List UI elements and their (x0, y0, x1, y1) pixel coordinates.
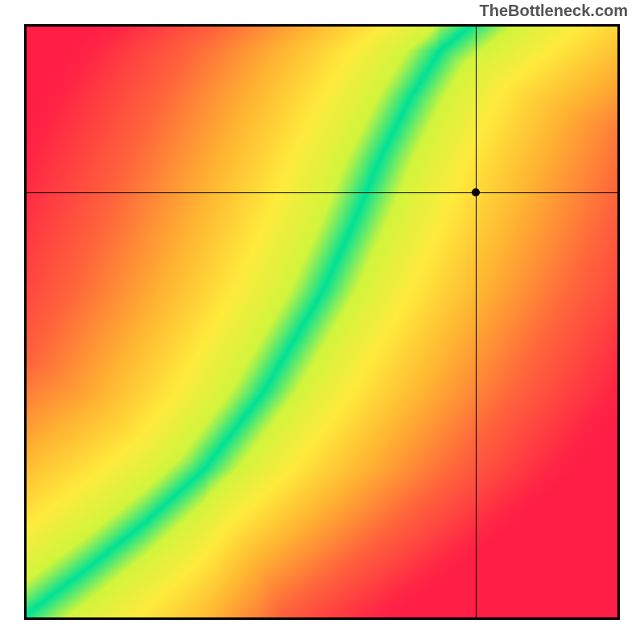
chart-frame (24, 24, 620, 620)
crosshair-horizontal (27, 192, 617, 193)
attribution-label: TheBottleneck.com (480, 2, 628, 20)
chart-container: TheBottleneck.com (0, 0, 644, 644)
crosshair-marker (472, 188, 480, 196)
crosshair-vertical (476, 27, 477, 617)
heatmap-canvas (27, 27, 617, 617)
